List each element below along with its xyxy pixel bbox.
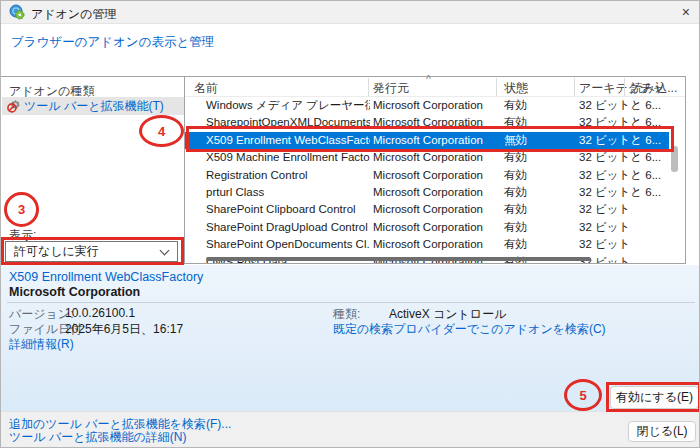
addon-status: 有効: [504, 97, 574, 114]
addon-publisher: Microsoft Corporation: [373, 97, 501, 114]
close-icon[interactable]: ×: [682, 4, 690, 20]
footer-bar: 追加のツール バーと拡張機能を検索(F)... ツール バーと拡張機能の詳細(N…: [1, 411, 700, 448]
addon-architecture: 32 ビットと 6...: [579, 97, 667, 114]
addon-publisher: Microsoft Corporation: [373, 236, 501, 253]
details-separator: [7, 302, 695, 303]
column-separator: [368, 78, 369, 96]
addon-name: X509 Machine Enrollment Factory: [206, 149, 370, 166]
addon-status: 無効: [504, 132, 574, 149]
addon-name: Windows メディア プレーヤー従来版: [206, 97, 370, 114]
window-title: アドオンの管理: [31, 6, 116, 23]
column-header-name[interactable]: 名前: [194, 80, 218, 97]
addon-architecture: 32 ビット: [579, 219, 667, 236]
addon-architecture: 32 ビット: [579, 254, 667, 263]
show-filter-dropdown[interactable]: 許可なしに実行: [5, 241, 178, 262]
addon-name: prturl Class: [206, 184, 370, 201]
sidebar-item-label: ツール バーと拡張機能(T): [24, 97, 164, 115]
addon-status: 有効: [504, 149, 574, 166]
addon-publisher: Microsoft Corporation: [373, 201, 501, 218]
selected-addon-publisher: Microsoft Corporation: [9, 285, 140, 299]
table-row[interactable]: Windows メディア プレーヤー従来版 Microsoft Corporat…: [185, 97, 669, 114]
addon-status: 有効: [504, 184, 574, 201]
learn-more-toolbars-link[interactable]: ツール バーと拡張機能の詳細(N): [9, 429, 186, 446]
version-value: 10.0.26100.1: [65, 306, 135, 320]
details-pane: X509 Enrollment WebClassFactory Microsof…: [1, 265, 700, 411]
table-row[interactable]: X509 Machine Enrollment Factory Microsof…: [185, 149, 669, 166]
addon-publisher: Microsoft Corporation: [373, 167, 501, 184]
addon-status: 有効: [504, 167, 574, 184]
table-row-selected[interactable]: X509 Enrollment WebClassFactory Microsof…: [185, 132, 669, 149]
manage-browser-addons-link[interactable]: ブラウザーのアドオンの表示と管理: [11, 34, 214, 51]
chevron-down-icon: [160, 246, 170, 256]
addon-status: 有効: [504, 236, 574, 253]
addon-publisher: Microsoft Corporation: [373, 184, 501, 201]
addon-architecture: 32 ビットと 6...: [579, 114, 667, 131]
horizontal-scrollbar-thumb[interactable]: [206, 257, 591, 261]
search-provider-link[interactable]: 既定の検索プロバイダーでこのアドオンを検索(C): [333, 321, 606, 338]
table-row[interactable]: SharepointOpenXMLDocuments Microsoft Cor…: [185, 114, 669, 131]
addon-publisher: Microsoft Corporation: [373, 132, 501, 149]
addons-table: Windows メディア プレーヤー従来版 Microsoft Corporat…: [185, 97, 669, 263]
column-separator: [624, 78, 625, 96]
selected-addon-name[interactable]: X509 Enrollment WebClassFactory: [9, 270, 203, 284]
dropdown-selected-value: 許可なしに実行: [14, 242, 99, 261]
addon-architecture: 32 ビットと 6...: [579, 167, 667, 184]
sort-ascending-icon: ^: [426, 74, 431, 85]
addon-name: X509 Enrollment WebClassFactory: [206, 132, 370, 149]
table-row[interactable]: SharePoint DragUpload Control Microsoft …: [185, 219, 669, 236]
title-bar: アドオンの管理 ×: [1, 1, 699, 24]
addon-architecture: 32 ビットと 6...: [579, 149, 667, 166]
addon-name: Registration Control: [206, 167, 370, 184]
addon-architecture: 32 ビットと 6...: [579, 132, 667, 149]
table-row[interactable]: SharePoint Clipboard Control Microsoft C…: [185, 201, 669, 218]
enable-button[interactable]: 有効にする(E): [610, 386, 699, 409]
addon-status: 有効: [504, 201, 574, 218]
table-row[interactable]: prturl Class Microsoft Corporation 有効 32…: [185, 184, 669, 201]
more-information-link[interactable]: 詳細情報(R): [9, 336, 74, 353]
column-header-publisher[interactable]: 発行元: [373, 80, 409, 97]
table-row[interactable]: SharePoint OpenDocuments Cl... Microsoft…: [185, 236, 669, 253]
addon-architecture: 32 ビット: [579, 236, 667, 253]
manage-addons-dialog: アドオンの管理 × ブラウザーのアドオンの表示と管理 アドオンの種類 ツール バ…: [0, 0, 700, 448]
file-date-value: 2025年6月5日、16:17: [65, 321, 183, 338]
addon-name: SharePoint OpenDocuments Cl...: [206, 236, 370, 253]
manage-addons-icon: [9, 4, 25, 20]
addon-publisher: Microsoft Corporation: [373, 149, 501, 166]
addon-status: 有効: [504, 219, 574, 236]
addon-name: SharePoint Clipboard Control: [206, 201, 370, 218]
addon-status: 有効: [504, 114, 574, 131]
column-separator: [496, 78, 497, 96]
addon-publisher: Microsoft Corporation: [373, 114, 501, 131]
addon-name: SharepointOpenXMLDocuments: [206, 114, 370, 131]
column-separator: [574, 78, 575, 96]
sidebar-item-toolbars-extensions[interactable]: ツール バーと拡張機能(T): [2, 97, 184, 115]
addon-publisher: Microsoft Corporation: [373, 219, 501, 236]
addon-architecture: 32 ビットと 6...: [579, 184, 667, 201]
close-button[interactable]: 閉じる(L): [628, 421, 696, 442]
addon-name: SharePoint DragUpload Control: [206, 219, 370, 236]
column-header-status[interactable]: 状態: [504, 80, 528, 97]
column-header-loadtime[interactable]: 読み込...: [631, 80, 677, 97]
table-row[interactable]: Registration Control Microsoft Corporati…: [185, 167, 669, 184]
vertical-scrollbar-thumb[interactable]: [671, 146, 678, 172]
disabled-extension-gear-icon: [7, 99, 21, 113]
addon-architecture: 32 ビット: [579, 201, 667, 218]
